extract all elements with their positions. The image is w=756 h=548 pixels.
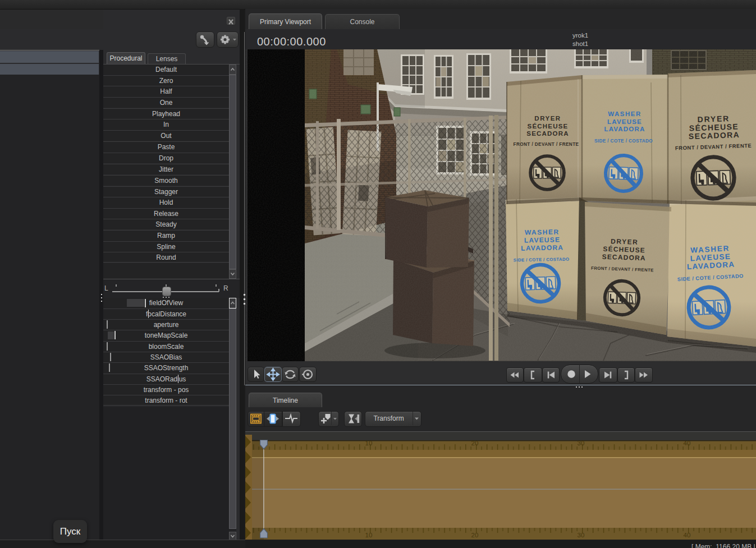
svg-text:40: 40	[684, 440, 691, 446]
svg-text:40: 40	[684, 532, 691, 538]
svg-text:20: 20	[471, 440, 479, 446]
svg-text:10: 10	[365, 532, 373, 538]
svg-text:10: 10	[365, 440, 373, 446]
svg-text:30: 30	[578, 532, 585, 538]
svg-text:20: 20	[471, 532, 479, 538]
svg-text:30: 30	[578, 440, 585, 446]
